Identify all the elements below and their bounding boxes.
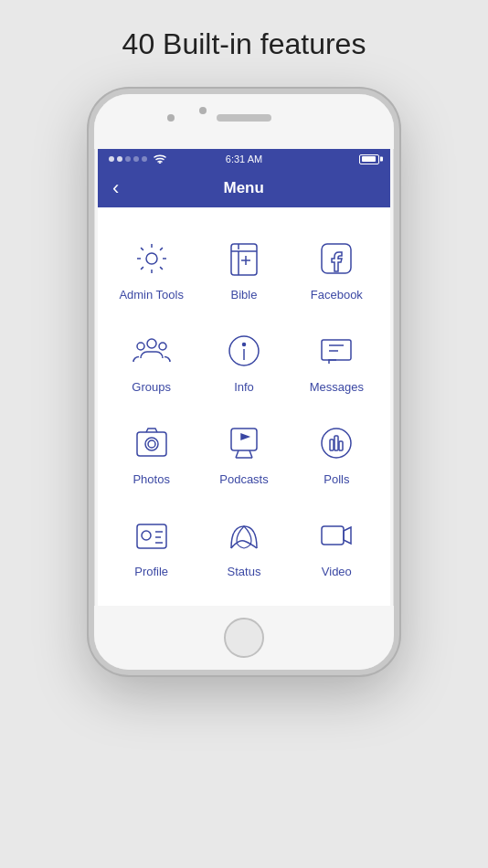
messages-label: Messages xyxy=(310,380,364,394)
svg-point-0 xyxy=(160,163,161,164)
signal-dot-2 xyxy=(117,156,122,162)
phone-screen: 6:31 AM ‹ Menu Admin Tools xyxy=(98,149,390,606)
svg-point-9 xyxy=(242,344,245,346)
menu-item-info[interactable]: Info xyxy=(197,314,290,407)
svg-point-5 xyxy=(137,343,144,350)
svg-rect-11 xyxy=(137,432,166,456)
nav-bar: ‹ Menu xyxy=(98,169,390,207)
svg-rect-18 xyxy=(339,441,343,450)
status-left xyxy=(109,153,166,165)
bible-label: Bible xyxy=(231,288,258,302)
svg-rect-10 xyxy=(322,340,351,360)
menu-item-bible[interactable]: Bible xyxy=(197,222,290,314)
wifi-icon xyxy=(154,153,166,165)
back-button[interactable]: ‹ xyxy=(112,176,119,200)
groups-icon xyxy=(128,327,175,375)
phone-bottom xyxy=(94,606,394,670)
polls-icon xyxy=(313,419,360,467)
svg-rect-2 xyxy=(231,244,257,275)
video-label: Video xyxy=(322,565,352,578)
menu-item-profile[interactable]: Profile xyxy=(105,499,197,591)
menu-item-facebook[interactable]: Facebook xyxy=(291,222,383,314)
polls-label: Polls xyxy=(324,472,349,486)
profile-icon xyxy=(128,512,175,559)
battery-icon xyxy=(359,154,379,164)
menu-item-status[interactable]: Status xyxy=(197,499,290,591)
phone-shell: 6:31 AM ‹ Menu Admin Tools xyxy=(89,89,399,675)
speaker-icon xyxy=(217,114,271,122)
nav-title: Menu xyxy=(130,179,357,197)
admin-tools-label: Admin Tools xyxy=(119,288,184,302)
page-title: 40 Built-in features xyxy=(122,27,366,61)
menu-item-video[interactable]: Video xyxy=(291,499,383,591)
svg-point-6 xyxy=(159,343,166,350)
menu-item-admin-tools[interactable]: Admin Tools xyxy=(105,222,197,314)
phone-top xyxy=(94,94,394,149)
svg-rect-21 xyxy=(322,526,344,545)
front-camera-icon xyxy=(199,107,207,114)
signal-dot-1 xyxy=(109,156,114,162)
podcasts-icon xyxy=(220,419,268,467)
facebook-label: Facebook xyxy=(311,288,363,302)
info-icon xyxy=(220,327,268,375)
status-bar: 6:31 AM xyxy=(98,149,390,169)
svg-point-4 xyxy=(147,339,156,348)
svg-point-1 xyxy=(146,253,157,264)
svg-point-20 xyxy=(142,531,151,540)
signal-dot-5 xyxy=(142,156,147,162)
svg-point-13 xyxy=(148,440,155,448)
status-icon xyxy=(220,512,268,559)
photos-label: Photos xyxy=(133,472,169,486)
photos-icon xyxy=(128,419,175,467)
signal-dot-4 xyxy=(133,156,139,162)
battery-fill xyxy=(362,156,376,162)
facebook-icon xyxy=(313,235,360,282)
admin-tools-icon xyxy=(128,235,175,282)
podcasts-label: Podcasts xyxy=(219,472,268,486)
signal-dot-3 xyxy=(125,156,131,162)
svg-rect-17 xyxy=(334,436,338,450)
menu-item-groups[interactable]: Groups xyxy=(105,314,197,407)
video-icon xyxy=(313,512,360,559)
status-label: Status xyxy=(228,565,261,578)
groups-label: Groups xyxy=(132,380,171,394)
bible-icon xyxy=(220,235,268,282)
status-right xyxy=(359,154,379,164)
svg-rect-14 xyxy=(231,429,257,450)
camera-icon xyxy=(167,114,175,122)
svg-rect-16 xyxy=(330,439,334,450)
menu-item-photos[interactable]: Photos xyxy=(105,407,197,499)
menu-grid: Admin Tools Bible Facebook xyxy=(98,207,390,606)
info-label: Info xyxy=(234,380,254,394)
svg-rect-3 xyxy=(322,244,351,273)
menu-item-polls[interactable]: Polls xyxy=(291,407,383,499)
profile-label: Profile xyxy=(134,565,168,578)
menu-item-messages[interactable]: Messages xyxy=(291,314,383,407)
svg-point-15 xyxy=(322,429,351,458)
svg-point-12 xyxy=(145,438,158,450)
menu-item-podcasts[interactable]: Podcasts xyxy=(197,407,290,499)
home-button[interactable] xyxy=(224,618,264,658)
status-time: 6:31 AM xyxy=(226,153,262,164)
messages-icon xyxy=(313,327,360,375)
